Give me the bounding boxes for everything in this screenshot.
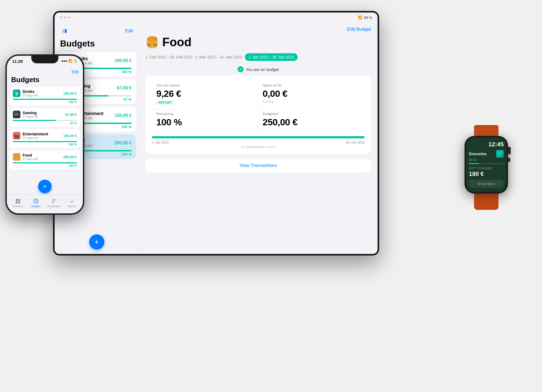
phone-budget-name-gaming: Gaming bbox=[23, 111, 38, 115]
watch-band-bottom bbox=[474, 194, 499, 210]
budget-amount-drinks: 100,00 € bbox=[115, 58, 132, 63]
on-budget-icon bbox=[238, 66, 244, 72]
phone-time: 11:29 bbox=[12, 59, 23, 64]
can-spend-value: 9,26 € bbox=[156, 88, 254, 99]
phone-tab-budgets[interactable]: Budgets bbox=[27, 198, 45, 208]
date-tab-0[interactable]: 1. Feb 2023 – 28. Feb 2023 bbox=[145, 54, 192, 60]
budgeted-value: 250,00 € bbox=[263, 117, 360, 127]
phone-budget-name-food: Food bbox=[23, 153, 38, 157]
phone-percent-gaming: 67 % bbox=[13, 122, 77, 125]
can-spend-label: You can spend bbox=[156, 83, 254, 87]
remaining-days: 27 REMAINING DAYS bbox=[152, 145, 365, 149]
phone-percent-entertainment: 100 % bbox=[13, 143, 77, 146]
watch-screen: 12:45 Groceries 🛒 30 % LEFT TO SPEND 180… bbox=[466, 138, 506, 192]
phone-progress-drinks bbox=[13, 99, 77, 100]
phone-tab-reports[interactable]: Reports bbox=[63, 198, 81, 208]
phone-tab-bar: Overview Budgets Transactions Reports bbox=[7, 194, 83, 213]
phone-percent-drinks: 100 % bbox=[13, 100, 77, 104]
phone-budget-days-drinks: 27 days left bbox=[23, 94, 38, 97]
phone-budget-days-entertainment: 27 days left bbox=[23, 136, 48, 139]
phone-tab-overview[interactable]: Overview bbox=[9, 198, 27, 208]
watch-side-button bbox=[508, 158, 510, 162]
date-tab-1[interactable]: 1. Mar 2023 – 31. Mar 2023 bbox=[195, 54, 242, 60]
edit-budget-button[interactable]: Edit Budget bbox=[347, 27, 371, 32]
budget-detail-card: You can spend 9,26 € PER DAY Spent so fa… bbox=[145, 76, 371, 154]
food-title-row: 🍔 Food bbox=[139, 34, 378, 53]
phone-budget-list: 🥤 Drinks 27 days left 100,00 € 100 % 🎮 G… bbox=[7, 87, 83, 178]
spent-label: Spent so far bbox=[263, 83, 360, 87]
progress-labels: 1. Apr 2023 30. Apr 2023 bbox=[152, 141, 365, 144]
phone-tab-label-reports: Reports bbox=[67, 205, 76, 208]
watch-progress-fill bbox=[469, 163, 479, 164]
signal-icon: ●●● bbox=[61, 59, 67, 63]
tablet-status-right: 📶 88 % bbox=[358, 15, 372, 20]
watch-cart-icon: 🛒 bbox=[496, 150, 504, 158]
phone-tab-icon-overview bbox=[15, 198, 21, 204]
watch-device: 12:45 Groceries 🛒 30 % LEFT TO SPEND 180… bbox=[460, 125, 512, 210]
svg-rect-9 bbox=[52, 202, 54, 203]
food-title: Food bbox=[162, 35, 192, 49]
phone-budget-item-gaming[interactable]: 🎮 Gaming 27 days left 67,00 € 67 % bbox=[10, 108, 80, 127]
budget-status-banner: You are on budget bbox=[145, 66, 371, 72]
phone-tab-icon-reports bbox=[68, 198, 75, 204]
date-tabs: 1. Feb 2023 – 28. Feb 20231. Mar 2023 – … bbox=[139, 53, 378, 66]
phone-edit-button[interactable]: Edit bbox=[71, 69, 79, 74]
phone-budget-icon-entertainment: 🎬 bbox=[13, 132, 20, 139]
phone-fill-drinks bbox=[13, 99, 77, 100]
watch-left-to-spend-label: LEFT TO SPEND bbox=[469, 167, 504, 170]
budget-amount-gaming: 67,00 € bbox=[117, 86, 132, 91]
sidebar-title: Budgets bbox=[55, 38, 139, 52]
svg-rect-0 bbox=[62, 29, 64, 33]
remaining-value: 100 % bbox=[156, 117, 254, 127]
phone-budget-icon-gaming: 🎮 bbox=[13, 111, 20, 118]
food-emoji: 🍔 bbox=[145, 36, 159, 49]
add-budget-button-tablet[interactable]: + bbox=[89, 234, 104, 250]
phone-screen: 11:29 ●●● 📶 🔋 Edit Budgets 🥤 Drinks 27 d… bbox=[7, 56, 83, 213]
svg-rect-4 bbox=[16, 201, 18, 203]
watch-crown bbox=[508, 147, 511, 154]
tablet-screen: 📶 88 % Edit Budgets bbox=[55, 13, 378, 254]
status-dot-3 bbox=[68, 16, 70, 18]
main-progress-fill bbox=[152, 136, 365, 138]
view-transactions-label: View Transactions bbox=[239, 163, 277, 168]
svg-rect-5 bbox=[18, 201, 20, 203]
stat-cell-can-spend: You can spend 9,26 € PER DAY bbox=[152, 81, 258, 110]
phone-budget-item-entertainment[interactable]: 🎬 Entertainment 27 days left 150,00 € 10… bbox=[10, 129, 80, 148]
phone-tab-icon-budgets bbox=[33, 198, 39, 204]
phone-tab-icon-transactions bbox=[51, 198, 57, 204]
svg-rect-7 bbox=[52, 200, 56, 200]
add-budget-button-phone[interactable]: + bbox=[38, 180, 52, 193]
svg-rect-2 bbox=[16, 199, 18, 201]
date-tab-2[interactable]: 1. Apr 2023 – 30. Apr 2023 bbox=[245, 53, 298, 61]
spent-value: 0,00 € bbox=[263, 88, 360, 99]
phone-title: Budgets bbox=[7, 75, 83, 87]
svg-rect-1 bbox=[65, 29, 67, 33]
phone-fill-entertainment bbox=[13, 141, 77, 142]
watch-show-more-button[interactable]: Show More bbox=[469, 180, 504, 188]
phone-budget-item-drinks[interactable]: 🥤 Drinks 27 days left 100,00 € 100 % bbox=[10, 87, 80, 106]
status-dot-1 bbox=[60, 16, 62, 18]
phone-status-bar: 11:29 ●●● 📶 🔋 bbox=[7, 56, 83, 68]
progress-end-date: 30. Apr 2023 bbox=[346, 141, 365, 144]
tablet-body: Edit Budgets 🥤 Drinks 27 days left 100,0… bbox=[55, 22, 378, 254]
budget-amount-entertainment: 150,00 € bbox=[115, 113, 132, 118]
phone-budget-item-food[interactable]: 🍔 Food 27 days left 250,00 € 100 % bbox=[10, 150, 80, 169]
tablet-device: 📶 88 % Edit Budgets bbox=[53, 11, 379, 256]
watch-amount: 180 € bbox=[469, 170, 504, 178]
stat-cell-budgeted: Budgeted 250,00 € bbox=[258, 110, 365, 132]
stat-cell-remaining: Remaining 100 % bbox=[152, 110, 258, 132]
wifi-icon: 📶 bbox=[358, 15, 362, 20]
phone-device: 11:29 ●●● 📶 🔋 Edit Budgets 🥤 Drinks 27 d… bbox=[5, 54, 84, 215]
watch-groceries-row: Groceries 🛒 bbox=[469, 150, 504, 158]
svg-rect-8 bbox=[52, 201, 55, 201]
sidebar-toggle-button[interactable] bbox=[60, 27, 69, 35]
view-transactions-button[interactable]: View Transactions bbox=[145, 158, 371, 173]
phone-budget-icon-drinks: 🥤 bbox=[13, 89, 20, 97]
phone-budget-amount-entertainment: 150,00 € bbox=[63, 134, 77, 138]
stats-grid: You can spend 9,26 € PER DAY Spent so fa… bbox=[152, 81, 365, 132]
phone-tab-transactions[interactable]: Transactions bbox=[45, 198, 63, 208]
sidebar-edit-button[interactable]: Edit bbox=[125, 28, 133, 34]
watch-show-more-label: Show More bbox=[477, 182, 495, 186]
phone-tab-label-budgets: Budgets bbox=[31, 205, 40, 208]
watch-case: 12:45 Groceries 🛒 30 % LEFT TO SPEND 180… bbox=[465, 136, 508, 194]
